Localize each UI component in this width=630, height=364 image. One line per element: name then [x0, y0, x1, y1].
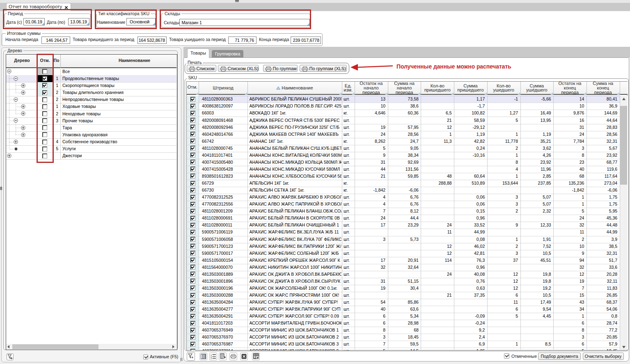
- svg-text:3: 3: [211, 357, 212, 359]
